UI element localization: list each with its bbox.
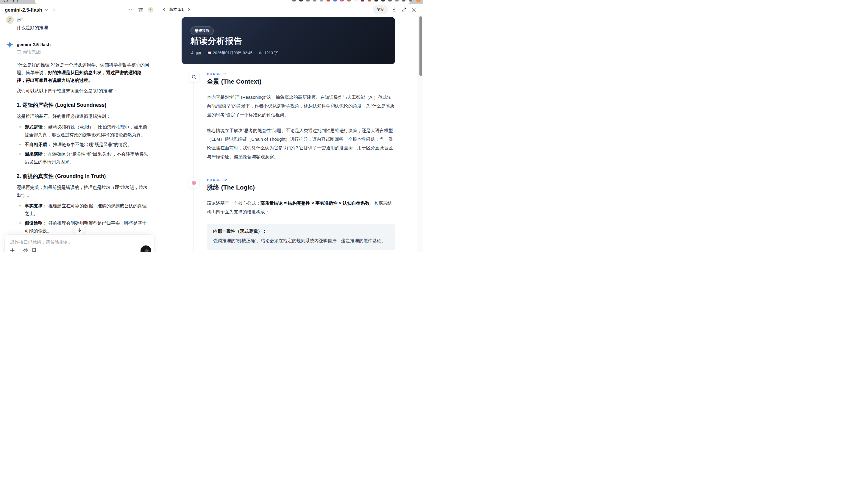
extension-icon[interactable] (374, 0, 378, 1)
version-label: 版本 1/1 (170, 7, 184, 12)
artifact-content: 思维过程 精读分析报告 jeff 2026年01月08日 02:45 (158, 15, 419, 252)
chat-input-placeholder: 思维接口已就绪，请传输指令。 (10, 239, 149, 245)
extension-icon[interactable] (395, 0, 399, 1)
phase-title: 全景 (The Context) (207, 77, 395, 86)
scrollbar-track[interactable] (419, 15, 423, 252)
close-icon[interactable] (410, 6, 417, 13)
browser-profile-avatar[interactable] (416, 0, 421, 2)
brain-icon (189, 178, 199, 188)
phase-label: PHASE 02 (207, 178, 395, 182)
extension-icon[interactable] (292, 0, 296, 1)
phase-section-2: PHASE 02脉络 (The Logic)该论述基于一个核心公式：高质量结论 … (181, 178, 395, 252)
new-chat-button[interactable] (52, 8, 56, 12)
plugins-icon[interactable] (23, 248, 28, 252)
phase-label: PHASE 01 (207, 72, 395, 76)
phase-body: 该论述基于一个核心公式：高质量结论 = 结构完整性 × 事实准确性 × 认知自律… (207, 199, 395, 216)
phase-body: 本内容是对“推理 (Reasoning)”这一抽象概念的高层建模。在知识爆炸与人… (207, 93, 395, 161)
tune-settings-icon[interactable] (138, 8, 143, 12)
report-word-count: 1213 字 (259, 50, 278, 56)
model-title: gemini-2.5-flash (5, 7, 42, 13)
chat-paragraph: 我们可以从以下四个维度来衡量什么是“好的推理”： (17, 87, 150, 95)
phase-title: 脉络 (The Logic) (207, 183, 395, 192)
bar-chart-icon (259, 51, 263, 55)
gemini-logo-icon (6, 41, 14, 49)
extension-icon[interactable] (320, 0, 323, 1)
card-body: 强调推理的“机械正确”。结论必须在给定的规则系统内逻辑自洽，这是推理的硬件基础。 (213, 236, 389, 245)
section-heading: 1. 逻辑的严密性 (Logical Soundness) (17, 101, 150, 109)
calendar-icon (208, 51, 211, 55)
bookmark-icon[interactable] (32, 248, 36, 252)
copy-button[interactable]: 复制 (373, 5, 388, 14)
extension-icon[interactable] (340, 0, 344, 1)
download-icon[interactable] (391, 6, 398, 13)
report-hero: 思维过程 精读分析报告 jeff 2026年01月08日 02:45 (181, 17, 395, 64)
report-phases: PHASE 01全景 (The Context)本内容是对“推理 (Reason… (181, 72, 395, 252)
bullet-item: 形式逻辑： 结构必须有效（Valid）。比如演绎推理中，如果前提全部为真，那么通… (17, 123, 150, 139)
extension-icon[interactable] (381, 0, 385, 1)
extension-icon[interactable] (402, 0, 405, 1)
book-icon (17, 50, 21, 55)
report-meta: jeff 2026年01月08日 02:45 1213 字 (191, 50, 278, 56)
extension-icon[interactable] (333, 0, 337, 1)
extension-icon[interactable] (368, 0, 371, 1)
assistant-markdown-body: “什么是好的推理？”这是一个涉及逻辑学、认知科学和哲学核心的问题。简单来说，好的… (17, 58, 150, 252)
chat-panel: gemini-2.5-flash (0, 4, 158, 252)
bullet-list: 形式逻辑： 结构必须有效（Valid）。比如演绎推理中，如果前提全部为真，那么通… (17, 123, 150, 166)
bullet-item: 不自相矛盾： 推理链条中不能出现“既是又非”的情况。 (17, 141, 150, 148)
chat-message-list: jeff 什么是好的推理 gemini-2.5-flash (0, 16, 158, 252)
report-author: jeff (191, 51, 201, 55)
chat-paragraph: 逻辑再完美，如果前提是错误的，推理也是垃圾（即“垃圾进，垃圾出”）。 (17, 184, 150, 199)
bullet-item: 因果清晰： 能准确区分“相关性”和“因果关系”，不会轻率地将先后发生的事情归为因… (17, 150, 150, 166)
extension-icon[interactable] (388, 0, 392, 1)
version-prev-icon[interactable] (161, 6, 167, 13)
chat-header: gemini-2.5-flash (0, 4, 158, 16)
chat-input[interactable]: 思维接口已就绪，请传输指令。 (4, 234, 155, 252)
extension-icon[interactable] (299, 0, 303, 1)
more-options-icon[interactable] (129, 9, 134, 11)
extension-icon[interactable] (306, 0, 310, 1)
person-icon (191, 51, 194, 55)
extension-icon[interactable] (361, 0, 364, 1)
user-avatar[interactable] (148, 7, 153, 13)
user-message-text: 什么是好的推理 (17, 25, 150, 31)
phase-paragraph: 本内容是对“推理 (Reasoning)”这一抽象概念的高层建模。在知识爆炸与人… (207, 93, 395, 119)
extension-icon[interactable] (313, 0, 316, 1)
user-name: jeff (17, 16, 150, 24)
reload-icon[interactable] (4, 0, 8, 2)
assistant-status-text: 精读完成! (23, 49, 41, 55)
assistant-status: 精读完成! (17, 49, 150, 55)
scroll-to-bottom-button[interactable] (73, 224, 85, 236)
dimension-cards: 内部一致性（形式逻辑）：强调推理的“机械正确”。结论必须在给定的规则系统内逻辑自… (207, 224, 395, 252)
version-next-icon[interactable] (186, 6, 192, 13)
report-badge: 思维过程 (191, 26, 214, 35)
user-message: jeff 什么是好的推理 (6, 16, 150, 31)
extension-icon[interactable] (327, 0, 330, 1)
assistant-name: gemini-2.5-flash (17, 41, 150, 49)
chevron-down-icon[interactable] (45, 8, 48, 12)
phase-section-1: PHASE 01全景 (The Context)本内容是对“推理 (Reason… (181, 72, 395, 161)
assistant-message: gemini-2.5-flash 精读完成! “什么是好的推理？”这是一个涉及逻… (6, 41, 150, 252)
voice-input-button[interactable] (141, 246, 151, 252)
extension-icon[interactable] (347, 0, 351, 1)
extension-icon[interactable] (409, 0, 412, 1)
section-heading: 2. 前提的真实性 (Grounding in Truth) (17, 172, 150, 181)
attach-plus-icon[interactable] (10, 248, 15, 252)
chat-paragraph: 这是推理的基石。好的推理必须遵循逻辑法则： (17, 112, 150, 120)
app-window: gemini-2.5-flash (0, 0, 423, 252)
report-date: 2026年01月08日 02:45 (208, 50, 252, 56)
artifact-toolbar: 版本 1/1 复制 (158, 4, 423, 15)
bullet-item: 事实支撑： 推理建立在可靠的数据、准确的观测或公认的真理之上。 (17, 202, 150, 217)
extension-icon[interactable] (354, 0, 357, 1)
phase-paragraph: 核心情境在于解决“思考的随意性”问题。不论是人类通过批判性思维进行决策，还是大语… (207, 126, 395, 161)
magnifier-icon (189, 72, 199, 83)
phase-paragraph: 该论述基于一个核心公式：高质量结论 = 结构完整性 × 事实准确性 × 认知自律… (207, 199, 395, 216)
fullscreen-icon[interactable] (401, 6, 407, 13)
chat-paragraph: “什么是好的推理？”这是一个涉及逻辑学、认知科学和哲学核心的问题。简单来说，好的… (17, 61, 150, 84)
scrollbar-thumb[interactable] (419, 16, 422, 76)
user-avatar (6, 16, 14, 24)
extension-icons (292, 0, 412, 1)
input-divider (19, 248, 19, 252)
artifact-panel: 版本 1/1 复制 (158, 4, 423, 252)
report-title: 精读分析报告 (191, 35, 242, 47)
extensions-icon[interactable] (13, 0, 18, 2)
